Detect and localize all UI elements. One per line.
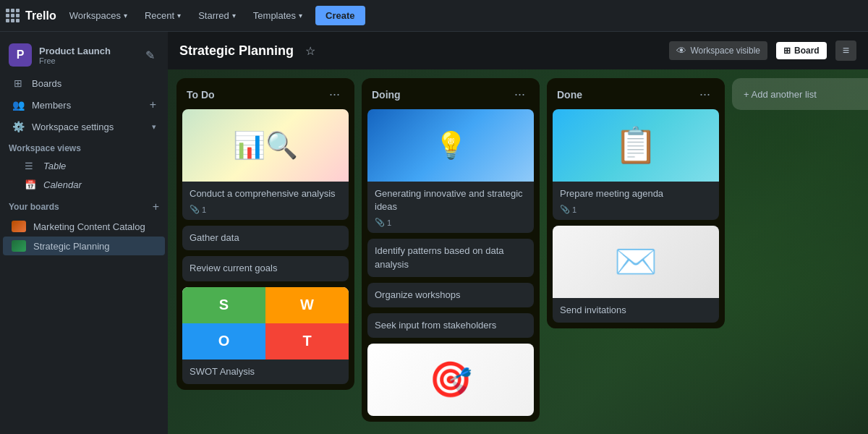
- sidebar-view-table[interactable]: ☰ Table: [3, 157, 165, 175]
- board-header: Strategic Planning ☆ 👁 Workspace visible…: [168, 32, 868, 69]
- card-title: Identify patterns based on data analysis: [375, 244, 527, 271]
- workspace-header[interactable]: P Product Launch Free ✎: [0, 38, 168, 72]
- list-doing: Doing ··· Generating innovative and stra…: [362, 78, 540, 422]
- board-view-toggle: ⊞ Board: [776, 42, 827, 59]
- card-image: [553, 109, 719, 182]
- sidebar-item-label: Workspace settings: [32, 122, 145, 132]
- sidebar-view-calendar[interactable]: 📅 Calendar: [3, 176, 165, 194]
- card-conduct-analysis[interactable]: Conduct a comprehensive analysis 📎 1: [182, 109, 349, 220]
- card-title: Prepare meeting agenda: [560, 187, 712, 200]
- card-gather-data[interactable]: Gather data: [182, 226, 349, 250]
- card-image: [553, 226, 719, 298]
- list-header-done: Done ···: [547, 78, 725, 109]
- eye-icon: 👁: [676, 45, 686, 56]
- lists-container: To Do ··· Conduct a comprehensive analys…: [168, 69, 868, 434]
- card-kpi[interactable]: [367, 344, 534, 416]
- attachment-icon: 📎: [190, 205, 200, 214]
- card-attachments: 📎 1: [560, 205, 576, 214]
- card-title: Review current goals: [190, 262, 341, 275]
- card-attachments: 📎 1: [190, 205, 206, 214]
- logo-grid-icon: [6, 9, 20, 22]
- list-title: Doing: [372, 89, 510, 101]
- list-menu-button[interactable]: ···: [325, 85, 344, 103]
- sidebar-board-marketing[interactable]: Marketing Content Catalog: [3, 217, 165, 236]
- list-cards-done: Prepare meeting agenda 📎 1: [547, 109, 725, 328]
- card-title: Organize workshops: [375, 289, 527, 302]
- workspace-edit-button[interactable]: ✎: [141, 47, 159, 64]
- boards-icon: ⊞: [12, 77, 25, 89]
- your-boards-section: Your boards +: [0, 195, 168, 216]
- card-image: [367, 344, 534, 416]
- add-list-button[interactable]: + Add another list: [732, 78, 868, 110]
- card-title: Generating innovative and strategic idea…: [375, 187, 527, 213]
- sidebar-item-label: Boards: [32, 78, 156, 89]
- board-area: To Do ··· Conduct a comprehensive analys…: [168, 69, 868, 434]
- sidebar: P Product Launch Free ✎ ⊞ Boards 👥 Membe…: [0, 32, 168, 434]
- chevron-down-icon: ▾: [152, 122, 156, 132]
- star-board-button[interactable]: ☆: [302, 41, 318, 61]
- attachment-icon: 📎: [560, 205, 570, 214]
- view-label: Table: [43, 161, 66, 171]
- create-button[interactable]: Create: [315, 6, 365, 25]
- sidebar-item-workspace-settings[interactable]: ⚙️ Workspace settings ▾: [3, 116, 165, 137]
- workspace-avatar: P: [9, 43, 32, 67]
- board-label: Marketing Content Catalog: [33, 221, 145, 232]
- list-menu-button[interactable]: ···: [510, 85, 529, 103]
- app-name: Trello: [25, 9, 56, 22]
- list-done: Done ··· Prepare meeting agenda 📎: [547, 78, 725, 328]
- your-boards-title: Your boards: [9, 202, 147, 212]
- templates-menu-button[interactable]: Templates ▾: [246, 6, 310, 25]
- workspaces-menu-button[interactable]: Workspaces ▾: [62, 6, 135, 25]
- chevron-down-icon: ▾: [232, 12, 236, 20]
- board-view-button[interactable]: ⊞ Board: [776, 42, 827, 59]
- card-review-goals[interactable]: Review current goals: [182, 256, 349, 281]
- main-content: Strategic Planning ☆ 👁 Workspace visible…: [168, 32, 868, 434]
- sidebar-item-members[interactable]: 👥 Members +: [3, 94, 165, 116]
- card-title: Conduct a comprehensive analysis: [190, 187, 341, 200]
- card-identify-patterns[interactable]: Identify patterns based on data analysis: [367, 239, 534, 276]
- card-image: [182, 109, 349, 182]
- card-meeting-agenda[interactable]: Prepare meeting agenda 📎 1: [553, 109, 719, 220]
- card-image: [367, 109, 534, 182]
- card-attachments: 📎 1: [375, 218, 391, 227]
- attachment-icon: 📎: [375, 218, 385, 227]
- list-todo: To Do ··· Conduct a comprehensive analys…: [176, 78, 354, 390]
- board-label: Strategic Planning: [33, 241, 110, 252]
- table-icon: ☰: [25, 161, 36, 171]
- chevron-down-icon: ▾: [124, 12, 127, 20]
- workspace-views-title: Workspace views: [9, 143, 159, 153]
- add-board-icon[interactable]: +: [153, 200, 159, 213]
- chevron-down-icon: ▾: [299, 12, 302, 20]
- settings-icon: ⚙️: [12, 121, 25, 132]
- card-title: Gather data: [190, 231, 341, 244]
- card-title: Seek input from stakeholders: [375, 319, 527, 332]
- sidebar-item-label: Members: [32, 100, 142, 111]
- list-cards-doing: Generating innovative and strategic idea…: [362, 109, 540, 422]
- chevron-down-icon: ▾: [177, 12, 181, 20]
- card-send-invitations[interactable]: Send invitations: [553, 226, 719, 323]
- workspace-views-section[interactable]: Workspace views: [0, 137, 168, 156]
- card-meta: 📎 1: [375, 218, 527, 227]
- board-thumbnail: [12, 240, 26, 252]
- list-title: To Do: [187, 89, 325, 101]
- recent-menu-button[interactable]: Recent ▾: [137, 6, 188, 25]
- card-swot[interactable]: S W O T SWOT Analysis: [182, 287, 349, 384]
- top-navigation: Trello Workspaces ▾ Recent ▾ Starred ▾ T…: [0, 0, 868, 32]
- customize-button[interactable]: ≡: [835, 41, 856, 61]
- add-member-icon[interactable]: +: [150, 98, 156, 111]
- starred-menu-button[interactable]: Starred ▾: [191, 6, 243, 25]
- members-icon: 👥: [12, 99, 25, 111]
- board-thumbnail: [12, 221, 26, 232]
- board-title: Strategic Planning: [179, 43, 294, 59]
- workspace-visible-button[interactable]: 👁 Workspace visible: [669, 41, 767, 60]
- workspace-visible-label: Workspace visible: [691, 46, 760, 56]
- sidebar-board-strategic[interactable]: Strategic Planning: [3, 237, 165, 255]
- card-innovative-ideas[interactable]: Generating innovative and strategic idea…: [367, 109, 534, 233]
- sidebar-item-boards[interactable]: ⊞ Boards: [3, 73, 165, 93]
- view-label: Calendar: [43, 179, 82, 190]
- list-menu-button[interactable]: ···: [695, 85, 715, 103]
- card-organize-workshops[interactable]: Organize workshops: [367, 283, 534, 307]
- workspace-plan: Free: [39, 56, 134, 65]
- app-logo[interactable]: Trello: [6, 9, 56, 22]
- card-stakeholder-input[interactable]: Seek input from stakeholders: [367, 313, 534, 338]
